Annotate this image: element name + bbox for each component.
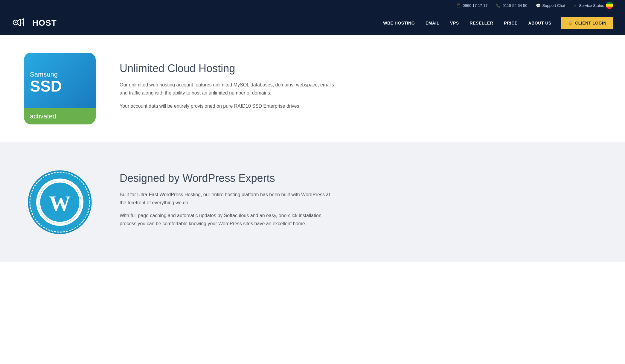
cloud-hosting-title: Unlimited Cloud Hosting bbox=[120, 62, 335, 75]
wordpress-section: W Designed by WordPress Experts Built fo… bbox=[0, 142, 625, 262]
phone1-item[interactable]: 📱 0960 17 17 17 bbox=[456, 3, 487, 8]
logo-link[interactable]: HOST bbox=[12, 16, 57, 30]
cloud-hosting-para2: Your account data will be entirely provi… bbox=[120, 102, 335, 110]
service-status-item[interactable]: ✓ Service Status bbox=[574, 2, 613, 9]
service-status-label: Service Status bbox=[579, 3, 604, 8]
wordpress-para2: With full page caching and automatic upd… bbox=[120, 211, 335, 228]
samsung-badge-top: Samsung SSD bbox=[24, 53, 96, 108]
client-login-label: CLIENT LOGIN bbox=[575, 21, 606, 25]
support-chat-label: Support Chat bbox=[542, 3, 565, 8]
main-navbar: HOST WBE HOSTING EMAIL VPS RESELLER PRIC… bbox=[0, 11, 625, 35]
samsung-ssd-badge: Samsung SSD activated bbox=[24, 53, 96, 124]
nav-link-email[interactable]: EMAIL bbox=[421, 18, 444, 28]
ethiopia-flag-icon bbox=[606, 2, 613, 9]
cloud-hosting-content: Unlimited Cloud Hosting Our unlimited we… bbox=[120, 62, 335, 115]
nav-link-wbe-hosting[interactable]: WBE HOSTING bbox=[378, 18, 420, 28]
wordpress-icon: W bbox=[27, 169, 93, 235]
svg-point-1 bbox=[15, 22, 16, 23]
nav-link-reseller[interactable]: RESELLER bbox=[465, 18, 498, 28]
top-bar: 📱 0960 17 17 17 📞 0118 54 64 50 💬 Suppor… bbox=[0, 0, 625, 11]
lock-icon: 🔒 bbox=[568, 21, 573, 25]
client-login-button[interactable]: 🔒 CLIENT LOGIN bbox=[561, 17, 613, 29]
nav-link-vps[interactable]: VPS bbox=[445, 18, 464, 28]
svg-line-4 bbox=[17, 24, 20, 26]
phone-icon: 📞 bbox=[496, 3, 501, 8]
samsung-ssd-text: SSD bbox=[30, 78, 62, 94]
phone2-text: 0118 54 64 50 bbox=[502, 3, 527, 8]
nav-links: WBE HOSTING EMAIL VPS RESELLER PRICE ABO… bbox=[378, 18, 556, 28]
phone1-text: 0960 17 17 17 bbox=[463, 3, 487, 8]
wordpress-icon-wrap: W bbox=[24, 166, 96, 238]
nav-item-wbe-hosting[interactable]: WBE HOSTING bbox=[378, 18, 420, 28]
logo-text: HOST bbox=[32, 18, 57, 28]
support-chat-item[interactable]: 💬 Support Chat bbox=[536, 3, 565, 8]
svg-text:W: W bbox=[49, 191, 71, 215]
nav-item-about-us[interactable]: ABOUT US bbox=[524, 18, 556, 28]
cloud-hosting-para1: Our unlimited web hosting account featur… bbox=[120, 81, 335, 97]
mobile-icon: 📱 bbox=[456, 3, 461, 8]
nav-item-email[interactable]: EMAIL bbox=[421, 18, 444, 28]
nav-item-reseller[interactable]: RESELLER bbox=[465, 18, 498, 28]
svg-line-2 bbox=[17, 19, 20, 21]
nav-item-vps[interactable]: VPS bbox=[445, 18, 464, 28]
wordpress-para1: Built for Ultra-Fast WordPress Hosting, … bbox=[120, 191, 335, 207]
wordpress-title: Designed by WordPress Experts bbox=[120, 172, 335, 185]
cloud-hosting-section: Samsung SSD activated Unlimited Cloud Ho… bbox=[0, 35, 625, 142]
phone2-item[interactable]: 📞 0118 54 64 50 bbox=[496, 3, 527, 8]
chat-icon: 💬 bbox=[536, 3, 541, 8]
nav-link-about-us[interactable]: ABOUT US bbox=[524, 18, 556, 28]
check-icon: ✓ bbox=[574, 3, 577, 8]
logo-icon bbox=[12, 16, 30, 30]
samsung-badge-bottom: activated bbox=[24, 108, 96, 124]
nav-link-price[interactable]: PRICE bbox=[499, 18, 522, 28]
wordpress-content: Designed by WordPress Experts Built for … bbox=[120, 172, 335, 233]
nav-item-price[interactable]: PRICE bbox=[499, 18, 522, 28]
samsung-activated-text: activated bbox=[30, 112, 56, 120]
